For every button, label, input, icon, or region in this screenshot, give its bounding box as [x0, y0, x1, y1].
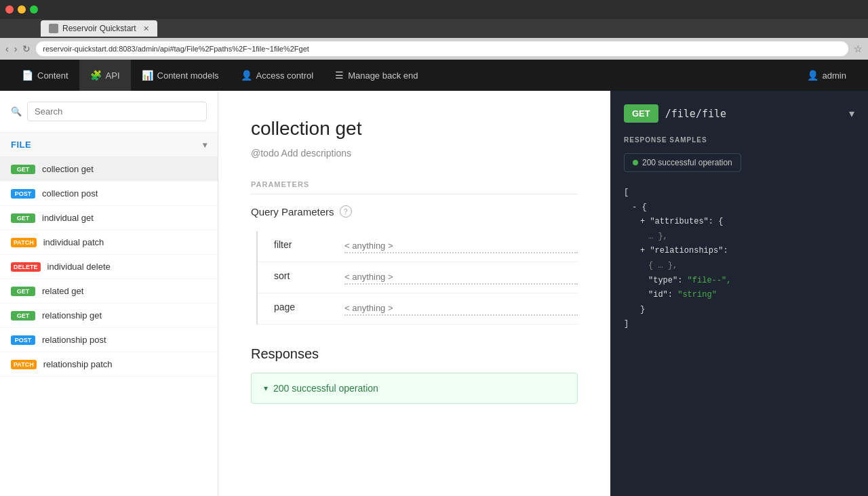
- param-name-page: page: [274, 302, 328, 312]
- minimize-button[interactable]: [18, 5, 26, 14]
- admin-icon: 👤: [807, 70, 818, 81]
- nav-content-models-label: Content models: [157, 70, 219, 81]
- search-input[interactable]: [27, 102, 207, 121]
- response-200-item[interactable]: ▾ 200 successful operation: [251, 373, 578, 404]
- param-input-filter[interactable]: [344, 239, 578, 253]
- method-badge-patch: PATCH: [11, 238, 37, 247]
- param-input-sort[interactable]: [344, 270, 578, 285]
- param-row-filter: filter: [258, 231, 578, 262]
- nav-api-label: API: [106, 70, 120, 81]
- browser-tab[interactable]: Reservoir Quickstart ✕: [41, 20, 157, 37]
- nav-content-label: Content: [37, 70, 68, 81]
- endpoint-header: GET /file/file ▾: [624, 104, 854, 123]
- content-models-icon: 📊: [142, 70, 153, 81]
- tab-label: Reservoir Quickstart: [62, 24, 136, 33]
- api-icon: 🧩: [90, 70, 102, 81]
- content-area: collection get @todo Add descriptions PA…: [218, 91, 610, 496]
- nav-content-models[interactable]: 📊 Content models: [131, 60, 230, 91]
- url-input[interactable]: [36, 41, 848, 56]
- file-section-header[interactable]: FILE ▾: [0, 133, 218, 157]
- code-line: ]: [624, 317, 854, 332]
- response-chevron-icon: ▾: [264, 384, 268, 393]
- forward-button[interactable]: ›: [14, 43, 18, 54]
- method-badge-patch: PATCH: [11, 360, 37, 369]
- nav-api[interactable]: 🧩 API: [79, 60, 131, 91]
- reload-button[interactable]: ↻: [22, 43, 31, 54]
- method-badge-post: POST: [11, 335, 35, 345]
- endpoint-method-badge: GET: [624, 104, 658, 123]
- code-line: "type": "file--",: [648, 274, 854, 289]
- sidebar-item-collection-post[interactable]: POST collection post: [0, 182, 218, 206]
- responses-title: Responses: [251, 346, 578, 362]
- nav-content[interactable]: 📄 Content: [11, 60, 79, 91]
- method-badge-get: GET: [11, 287, 35, 296]
- content-icon: 📄: [22, 70, 33, 81]
- nav-manage-backend[interactable]: ☰ Manage back end: [324, 60, 429, 91]
- query-params-label: Query Parameters: [251, 206, 334, 218]
- sidebar-item-related-get[interactable]: GET related get: [0, 279, 218, 304]
- nav-access-control[interactable]: 👤 Access control: [230, 60, 325, 91]
- query-params-header: Query Parameters ?: [251, 205, 578, 218]
- sidebar-item-label: relationship post: [42, 335, 106, 345]
- method-badge-delete: DELETE: [11, 262, 41, 272]
- response-samples-label: RESPONSE SAMPLES: [624, 136, 854, 144]
- parameters-label: PARAMETERS: [251, 180, 578, 194]
- sidebar-item-label: relationship patch: [43, 359, 113, 369]
- search-icon: 🔍: [11, 106, 22, 117]
- chevron-down-icon: ▾: [203, 140, 208, 150]
- tab-favicon: [49, 24, 58, 33]
- code-block: [ - { + "attributes": { … }, + "relation…: [624, 186, 854, 332]
- code-line: "id": "string": [648, 288, 854, 303]
- page-title: collection get: [251, 118, 578, 140]
- access-control-icon: 👤: [241, 70, 252, 81]
- method-badge-get: GET: [11, 311, 35, 321]
- close-button[interactable]: [5, 5, 14, 14]
- expand-icon[interactable]: ▾: [849, 107, 854, 120]
- bookmark-icon[interactable]: ☆: [854, 43, 863, 54]
- sidebar-item-individual-delete[interactable]: DELETE individual delete: [0, 255, 218, 279]
- search-box: 🔍: [0, 91, 218, 133]
- endpoint-path: /file/file: [665, 108, 842, 120]
- sidebar-item-relationship-patch[interactable]: PATCH relationship patch: [0, 352, 218, 377]
- code-line: + "attributes": {: [640, 215, 854, 230]
- method-badge-get: GET: [11, 213, 35, 223]
- sidebar: 🔍 FILE ▾ GET collection get POST collect…: [0, 91, 218, 496]
- status-dot: [633, 160, 638, 165]
- sidebar-item-label: collection post: [42, 188, 98, 199]
- param-row-page: page: [258, 293, 578, 325]
- page-subtitle: @todo Add descriptions: [251, 148, 578, 159]
- code-line: }: [640, 303, 854, 318]
- manage-backend-icon: ☰: [335, 70, 344, 81]
- help-icon[interactable]: ?: [340, 205, 352, 218]
- tab-bar: Reservoir Quickstart ✕: [0, 19, 868, 38]
- response-200-badge[interactable]: 200 successful operation: [624, 153, 741, 172]
- code-line: + "relationships":: [640, 244, 854, 259]
- sidebar-item-relationship-get[interactable]: GET relationship get: [0, 304, 218, 328]
- file-section-label: FILE: [11, 140, 31, 150]
- response-200-text: 200 successful operation: [273, 383, 378, 394]
- method-badge-post: POST: [11, 189, 35, 199]
- nav-manage-backend-label: Manage back end: [348, 70, 418, 81]
- sidebar-item-label: individual get: [42, 213, 94, 223]
- sidebar-item-label: collection get: [42, 164, 94, 174]
- sidebar-item-relationship-post[interactable]: POST relationship post: [0, 328, 218, 352]
- sidebar-item-label: individual delete: [47, 262, 111, 272]
- code-line: { … },: [648, 259, 854, 274]
- code-line: [: [624, 186, 854, 201]
- nav-admin-label: admin: [823, 70, 846, 81]
- sidebar-item-individual-patch[interactable]: PATCH individual patch: [0, 230, 218, 255]
- tab-close-icon[interactable]: ✕: [143, 24, 149, 33]
- sidebar-item-individual-get[interactable]: GET individual get: [0, 206, 218, 230]
- nav-admin[interactable]: 👤 admin: [796, 60, 857, 91]
- code-line: - {: [632, 201, 854, 215]
- maximize-button[interactable]: [30, 5, 38, 14]
- param-input-page[interactable]: [344, 302, 578, 316]
- code-line: … },: [648, 230, 854, 245]
- back-button[interactable]: ‹: [5, 43, 9, 54]
- right-panel: GET /file/file ▾ RESPONSE SAMPLES 200 su…: [610, 91, 868, 496]
- sidebar-item-label: related get: [42, 286, 83, 296]
- method-badge-get: GET: [11, 165, 35, 174]
- sidebar-item-label: individual patch: [43, 237, 104, 247]
- sidebar-item-collection-get[interactable]: GET collection get: [0, 157, 218, 182]
- sidebar-item-label: relationship get: [42, 310, 102, 321]
